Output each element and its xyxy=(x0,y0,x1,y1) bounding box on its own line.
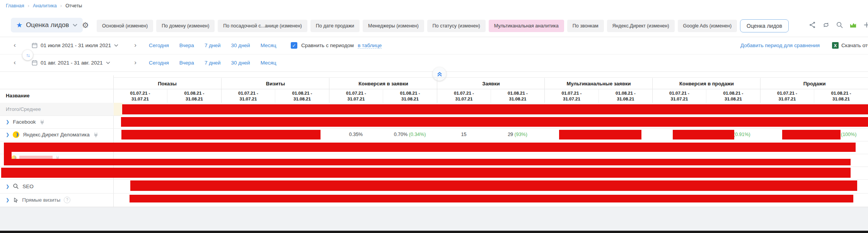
download-report-label: Скачать отчёт xyxy=(841,43,868,48)
subcol-zayavki-p1[interactable]: 01.07.21 -31.07.21 xyxy=(437,89,491,103)
period2-datepicker[interactable]: 01 авг. 2021 - 31 авг. 2021 xyxy=(32,54,110,71)
tab-multikanalnaya[interactable]: Мультиканальная аналитика xyxy=(489,20,564,32)
quick-yesterday[interactable]: Вчера xyxy=(179,60,194,66)
calendar-icon xyxy=(32,43,38,48)
redaction-bar xyxy=(122,104,868,114)
subcol-konv-prodazhi-p2[interactable]: 01.08.21 -31.08.21 xyxy=(706,89,760,103)
cell-conversion-leads-p2: 0.70% (0.34%) xyxy=(383,128,437,141)
subcol-vizity-p1[interactable]: 01.07.21 -31.07.21 xyxy=(221,89,275,103)
subcol-multikanal-p2[interactable]: 01.08.21 -31.08.21 xyxy=(599,89,652,103)
share-icon[interactable] xyxy=(809,21,816,29)
subcol-konv-zayavki-p2[interactable]: 01.08.21 -31.08.21 xyxy=(383,89,437,103)
tab-po-domenu[interactable]: По домену (изменен) xyxy=(156,20,215,32)
quick-7days[interactable]: 7 дней xyxy=(205,43,221,48)
quick-today[interactable]: Сегодня xyxy=(149,60,169,66)
tab-po-statusu[interactable]: По статусу (изменен) xyxy=(427,20,486,32)
redaction-bar xyxy=(559,130,641,139)
row-yandex-direct[interactable]: ❯ Яндекс.Директ Деломатика xyxy=(6,128,99,141)
quick-30days[interactable]: 30 дней xyxy=(231,43,250,48)
period1-prev-button[interactable]: ‹ xyxy=(11,37,19,54)
tab-osnovnoy[interactable]: Основной (изменен) xyxy=(97,20,153,32)
tab-po-posadochnoy[interactable]: По посадочной с...анице (изменен) xyxy=(218,20,307,32)
tab-po-date-prodazhi[interactable]: По дате продажи xyxy=(310,20,360,32)
subcol-multikanal-p1[interactable]: 01.07.21 -31.07.21 xyxy=(544,89,599,103)
tab-otsenka-lidov-active[interactable]: Оценка лидов xyxy=(740,19,789,32)
help-icon[interactable]: ? xyxy=(64,197,70,203)
breadcrumb-separator-icon: › xyxy=(60,3,62,9)
subcol-konv-prodazhi-p1[interactable]: 01.07.21 -31.07.21 xyxy=(652,89,706,103)
expand-chevron-icon[interactable]: ❯ xyxy=(6,132,9,137)
subcol-pokazy-p1[interactable]: 01.07.21 -31.07.21 xyxy=(113,89,167,103)
period1-next-button[interactable]: › xyxy=(131,37,139,54)
redaction-bar xyxy=(130,195,853,202)
breadcrumb-analytics[interactable]: Аналитика xyxy=(33,3,57,9)
report-actions xyxy=(809,21,868,29)
period1-range: 01 июля 2021 - 31 июля 2021 xyxy=(41,43,111,48)
period2-quick-links: Сегодня Вчера 7 дней 30 дней Месяц xyxy=(149,54,276,71)
add-comparison-period-link[interactable]: Добавить период для сравнения xyxy=(740,37,820,54)
favorite-star-icon[interactable]: ★ xyxy=(16,22,22,29)
download-report-button[interactable]: X Скачать отчёт xyxy=(832,37,868,54)
add-icon[interactable] xyxy=(863,21,868,29)
tab-yandex-direkt[interactable]: Яндекс.Директ (изменен) xyxy=(607,20,675,32)
redaction-bar xyxy=(782,130,841,139)
tab-google-ads[interactable]: Google Ads (изменен) xyxy=(678,20,737,32)
subcol-prodazhi-p2[interactable]: 01.08.21 -31.08.21 xyxy=(814,89,868,103)
period1-datepicker[interactable]: 01 июля 2021 - 31 июля 2021 xyxy=(32,37,118,54)
chevron-down-icon xyxy=(106,61,110,64)
row-divider xyxy=(0,141,868,141)
breadcrumb-reports: Отчеты xyxy=(65,3,82,9)
subcol-konv-zayavki-p1[interactable]: 01.07.21 -31.07.21 xyxy=(329,89,383,103)
quick-30days[interactable]: 30 дней xyxy=(231,60,250,66)
row-yandex-direct-label: Яндекс.Директ Деломатика xyxy=(23,132,90,138)
report-selector[interactable]: ★ Оценка лидов xyxy=(11,18,83,32)
divider xyxy=(113,77,868,78)
row-seo-label: SEO xyxy=(22,184,34,189)
group-header-konversiya-prodazhi: Конверсия в продажи xyxy=(652,78,761,89)
subcol-zayavki-p2[interactable]: 01.08.21 -31.08.21 xyxy=(491,89,544,103)
search-icon[interactable] xyxy=(836,21,843,29)
compare-period-control: ✓ Сравнить с периодом в таблице xyxy=(291,37,382,54)
breadcrumb-home[interactable]: Главная xyxy=(6,3,24,9)
compare-in-table-link[interactable]: в таблице xyxy=(358,43,382,49)
quick-month[interactable]: Месяц xyxy=(261,60,276,66)
integration-plug-icon xyxy=(39,119,45,125)
row-seo[interactable]: ❯ SEO xyxy=(6,179,34,193)
redaction-bar xyxy=(4,143,856,152)
quick-yesterday[interactable]: Вчера xyxy=(179,43,194,48)
quick-month[interactable]: Месяц xyxy=(261,43,276,48)
quick-today[interactable]: Сегодня xyxy=(149,43,169,48)
row-direct-visits[interactable]: ❯ Прямые визиты ? xyxy=(6,193,70,207)
total-row-label: Итого/Среднее xyxy=(6,103,41,116)
tab-menedzhery[interactable]: Менеджеры (изменен) xyxy=(363,20,424,32)
group-header-konversiya-zayavki: Конверсия в заявки xyxy=(329,78,437,89)
delta-value: (0.34%) xyxy=(409,132,426,137)
subcol-vizity-p2[interactable]: 01.08.21 -31.08.21 xyxy=(275,89,329,103)
compare-checkbox[interactable]: ✓ xyxy=(291,42,297,49)
row-facebook[interactable]: ❯ Facebook xyxy=(6,116,45,128)
delta-value: (93%) xyxy=(515,132,527,137)
period-row-1: ‹ 01 июля 2021 - 31 июля 2021 › Сегодня … xyxy=(0,37,868,54)
gear-icon[interactable]: ⚙ xyxy=(82,20,89,30)
group-header-multikanalnye: Мультиканальные заявки xyxy=(544,78,653,89)
period1-quick-links: Сегодня Вчера 7 дней 30 дней Месяц xyxy=(149,37,276,54)
redaction-bar xyxy=(121,117,868,127)
expand-chevron-icon[interactable]: ❯ xyxy=(6,119,9,124)
footer-area xyxy=(0,207,868,231)
quick-7days[interactable]: 7 дней xyxy=(205,60,221,66)
refresh-icon[interactable] xyxy=(822,21,830,29)
period2-next-button[interactable]: › xyxy=(131,54,139,71)
row-divider xyxy=(0,154,868,154)
compare-label: Сравнить с периодом xyxy=(301,43,354,48)
expand-chevron-icon[interactable]: ❯ xyxy=(6,184,9,189)
expand-chevron-icon[interactable]: ❯ xyxy=(6,197,9,202)
integration-plug-icon xyxy=(93,132,99,138)
period2-prev-button[interactable]: ‹ xyxy=(11,54,19,71)
subcol-prodazhi-p1[interactable]: 01.07.21 -31.07.21 xyxy=(760,89,814,103)
chart-icon[interactable] xyxy=(849,21,857,29)
tab-po-zvonkam[interactable]: По звонкам xyxy=(567,20,604,32)
subcol-pokazy-p2[interactable]: 01.08.21 -31.08.21 xyxy=(167,89,221,103)
row-divider xyxy=(0,193,868,194)
cursor-icon xyxy=(13,197,19,203)
redaction-bar xyxy=(4,143,12,165)
